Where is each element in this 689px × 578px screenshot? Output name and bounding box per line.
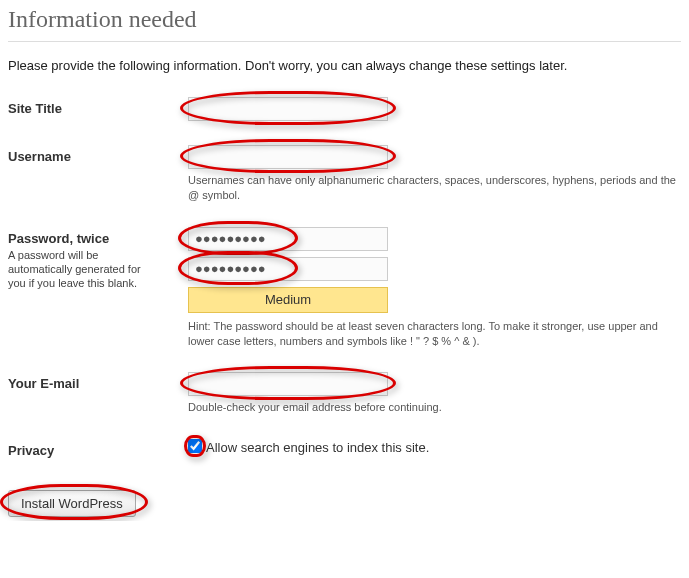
- label-email: Your E-mail: [8, 372, 188, 391]
- password-input-2[interactable]: [188, 257, 388, 281]
- privacy-text: Allow search engines to index this site.: [206, 440, 429, 455]
- install-wordpress-button[interactable]: Install WordPress: [8, 490, 136, 517]
- label-site-title: Site Title: [8, 97, 188, 116]
- username-desc: Usernames can have only alphanumeric cha…: [188, 173, 681, 203]
- label-username: Username: [8, 145, 188, 164]
- row-password: Password, twice A password will be autom…: [8, 227, 681, 349]
- row-email: Your E-mail Double-check your email addr…: [8, 372, 681, 415]
- label-password: Password, twice A password will be autom…: [8, 227, 188, 291]
- password-hint: Hint: The password should be at least se…: [188, 319, 681, 349]
- row-username: Username Usernames can have only alphanu…: [8, 145, 681, 203]
- row-site-title: Site Title: [8, 97, 681, 121]
- label-password-sub: A password will be automatically generat…: [8, 248, 158, 291]
- email-input[interactable]: [188, 372, 388, 396]
- email-desc: Double-check your email address before c…: [188, 400, 681, 415]
- label-privacy: Privacy: [8, 439, 188, 458]
- row-privacy: Privacy Allow search engines to index th…: [8, 439, 681, 458]
- privacy-checkbox[interactable]: [188, 439, 202, 453]
- intro-text: Please provide the following information…: [8, 58, 681, 73]
- page-heading: Information needed: [8, 4, 681, 42]
- site-title-input[interactable]: [188, 97, 388, 121]
- username-input[interactable]: [188, 145, 388, 169]
- password-input-1[interactable]: [188, 227, 388, 251]
- label-password-text: Password, twice: [8, 231, 109, 246]
- password-strength-meter: Medium: [188, 287, 388, 313]
